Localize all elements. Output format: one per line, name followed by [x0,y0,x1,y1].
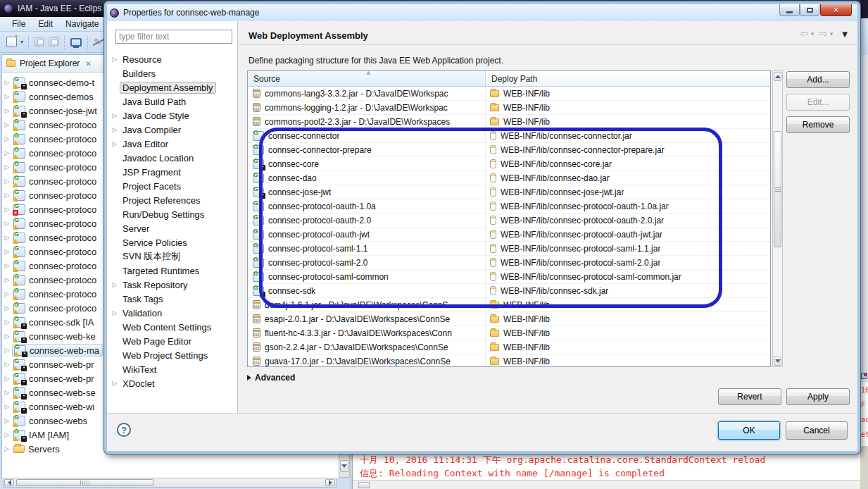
twisty-icon[interactable]: ▷ [2,262,12,269]
nav-item-javadoc-location[interactable]: Javadoc Location [110,151,237,165]
assembly-row-connsec-protocol-oauth-1-0a[interactable]: connsec-protocol-oauth-1.0aWEB-INF/lib/c… [248,199,770,213]
nav-item-jsp-fragment[interactable]: JSP Fragment [110,165,237,179]
twisty-icon[interactable]: ▷ [2,163,12,171]
close-tab-icon[interactable]: ✕ [85,60,91,68]
scroll-up-button[interactable] [774,72,781,81]
assembly-row-connsec-jose-jwt[interactable]: *connsec-jose-jwtWEB-INF/lib/connsec-jos… [248,185,770,199]
back-icon[interactable]: ⇦ [800,27,809,40]
twisty-icon[interactable]: ▷ [2,121,12,128]
nav-item-service-policies[interactable]: Service Policies [110,235,237,249]
ok-button[interactable]: OK [718,421,780,440]
nav-item-wikitext[interactable]: WikiText [110,362,237,376]
twisty-icon[interactable]: ▷ [2,93,12,100]
column-header-source[interactable]: ▲ Source [248,71,486,86]
nav-item-xdoclet[interactable]: ▷XDoclet [110,376,237,390]
assembly-row-connsec-protocol-oauth-2-0[interactable]: connsec-protocol-oauth-2.0WEB-INF/lib/co… [248,213,770,228]
view-menu-icon[interactable]: ▼ [842,30,848,38]
new-wizard-icon[interactable] [6,37,17,47]
nav-item-project-facets[interactable]: Project Facets [110,179,237,193]
nav-item-task-repository[interactable]: ▷Task Repository [110,278,237,292]
add-button[interactable]: Add... [786,71,850,88]
twisty-icon[interactable]: ▷ [110,126,120,133]
nav-item-targeted-runtimes[interactable]: Targeted Runtimes [110,264,237,278]
console-icon[interactable] [70,38,82,47]
assembly-row-connsec-connector[interactable]: connsec-connectorWEB-INF/lib/connsec-con… [248,129,770,143]
twisty-icon[interactable]: ▷ [110,380,120,387]
nav-item-server[interactable]: Server [110,221,237,235]
nav-item-builders[interactable]: Builders [110,66,237,80]
console-horizontal-scrollbar[interactable] [353,480,860,489]
twisty-icon[interactable]: ▷ [2,361,12,368]
new-dropdown-icon[interactable]: ▾ [20,39,23,45]
advanced-section-toggle[interactable]: Advanced [247,373,295,383]
twisty-icon[interactable]: ▷ [2,445,12,452]
twisty-icon[interactable]: ▷ [2,333,12,340]
close-button[interactable]: ✕ [820,4,852,16]
twisty-icon[interactable]: ▷ [2,220,12,227]
scroll-left-button[interactable] [4,479,14,486]
nav-item-java-editor[interactable]: ▷Java Editor [110,137,237,151]
assembly-row-connsec-dao[interactable]: connsec-daoWEB-INF/lib/connsec-dao.jar [248,171,770,185]
scroll-down-button[interactable] [774,357,781,366]
assembly-row-connsec-sdk[interactable]: *connsec-sdkWEB-INF/lib/connsec-sdk.jar [248,284,770,298]
assembly-row-connsec-core[interactable]: *connsec-coreWEB-INF/lib/connsec-core.ja… [248,157,770,171]
twisty-icon[interactable]: ▷ [2,79,12,86]
table-vertical-scrollbar[interactable] [772,70,783,367]
scroll-down-button[interactable] [340,460,348,472]
nav-item-task-tags[interactable]: Task Tags [110,292,237,306]
assembly-row-commons-lang3-3-3-2-jar[interactable]: commons-lang3-3.3.2.jar - D:\JavaIDE\Wor… [248,87,770,101]
assembly-row-connsec-protocol-oauth-jwt[interactable]: connsec-protocol-oauth-jwtWEB-INF/lib/co… [248,228,770,242]
nav-item-java-code-style[interactable]: ▷Java Code Style [110,109,237,123]
twisty-icon[interactable]: ▷ [2,276,12,283]
pen-slash-icon[interactable]: ✎ [94,37,101,47]
twisty-icon[interactable]: ▷ [2,192,12,199]
revert-button[interactable]: Revert [718,388,781,405]
remove-button[interactable]: Remove [786,116,850,133]
twisty-icon[interactable]: ▷ [2,107,12,114]
nav-item-project-references[interactable]: Project References [110,193,237,207]
nav-item-svn[interactable]: SVN 版本控制 [110,249,237,264]
twisty-icon[interactable]: ▷ [2,234,12,241]
filter-input[interactable] [115,30,232,44]
twisty-icon[interactable]: ▷ [110,309,120,316]
scrollbar-thumb[interactable] [358,482,370,488]
twisty-icon[interactable]: ▷ [2,403,12,410]
twisty-icon[interactable]: ▷ [2,389,12,396]
explorer-horizontal-scrollbar[interactable] [3,478,336,488]
assembly-row-connsec-connector-prepare[interactable]: connsec-connector-prepareWEB-INF/lib/con… [248,143,770,157]
twisty-icon[interactable]: ▷ [2,304,12,311]
assembly-row-commons-logging-1-2-jar[interactable]: commons-logging-1.2.jar - D:\JavaIDE\Wor… [248,101,770,115]
nav-item-resource[interactable]: ▷Resource [110,52,237,66]
nav-item-web-page-editor[interactable]: Web Page Editor [110,334,237,348]
nav-item-java-compiler[interactable]: ▷Java Compiler [110,123,237,137]
save-icon[interactable] [34,37,44,47]
twisty-icon[interactable]: ▷ [2,149,12,156]
assembly-row-esapi-2-0-1-jar[interactable]: esapi-2.0.1.jar - D:\JavaIDE\Workspaces\… [248,312,770,326]
nav-item-validation[interactable]: ▷Validation [110,306,237,320]
back-dropdown-icon[interactable]: ▾ [811,30,814,37]
cancel-button[interactable]: Cancel [786,421,848,440]
forward-icon[interactable]: ⇨ [819,27,828,40]
save-all-icon[interactable] [49,37,58,47]
apply-button[interactable]: Apply [786,388,850,405]
twisty-icon[interactable]: ▷ [2,347,12,354]
nav-item-web-project-settings[interactable]: Web Project Settings [110,348,237,362]
twisty-icon[interactable]: ▷ [110,140,120,147]
menu-navigate[interactable]: Navigate [59,18,105,30]
scrollbar-thumb[interactable] [774,131,781,247]
twisty-icon[interactable]: ▷ [2,206,12,213]
edit-button[interactable]: Edit... [786,94,850,111]
help-button[interactable]: ? [117,423,131,437]
twisty-icon[interactable]: ▷ [110,112,120,119]
menu-file[interactable]: File [6,18,32,30]
assembly-row-commons-pool2-2-3-jar[interactable]: commons-pool2-2.3.jar - D:\JavaIDE\Works… [248,115,770,129]
twisty-icon[interactable]: ▷ [2,178,12,185]
twisty-icon[interactable]: ▷ [2,135,12,142]
assembly-row-connsec-protocol-saml-1-1[interactable]: connsec-protocol-saml-1.1WEB-INF/lib/con… [248,242,770,256]
scrollbar-thumb[interactable] [16,479,153,486]
twisty-icon[interactable]: ▷ [2,417,12,424]
twisty-icon[interactable]: ▷ [110,281,120,288]
twisty-icon[interactable]: ▷ [2,248,12,255]
dialog-titlebar[interactable]: Properties for connsec-web-manage [107,4,857,21]
assembly-row-connsec-protocol-saml-2-0[interactable]: connsec-protocol-saml-2.0WEB-INF/lib/con… [248,256,770,270]
